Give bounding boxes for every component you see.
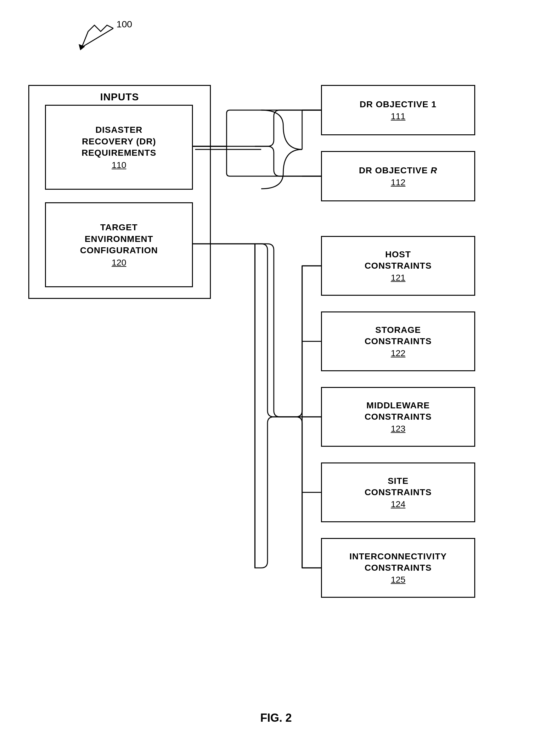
middleware-constraints-box: MIDDLEWARE CONSTRAINTS 123 <box>321 387 475 447</box>
dr-requirements-label: DISASTER RECOVERY (DR) REQUIREMENTS <box>82 124 156 159</box>
target-env-box: TARGET ENVIRONMENT CONFIGURATION 120 <box>45 202 193 287</box>
interconnectivity-constraints-number: 125 <box>391 575 406 585</box>
middleware-constraints-number: 123 <box>391 424 406 434</box>
svg-line-0 <box>82 28 113 47</box>
host-constraints-number: 121 <box>391 273 406 283</box>
storage-constraints-label: STORAGE CONSTRAINTS <box>365 324 431 347</box>
dr-requirements-box: DISASTER RECOVERY (DR) REQUIREMENTS 110 <box>45 105 193 190</box>
dr-obj1-box: DR OBJECTIVE 1 111 <box>321 85 475 135</box>
diagram: 100 INPUTS DISASTER RECOVERY (DR) REQUIR… <box>0 0 552 756</box>
dr-requirements-number: 110 <box>112 160 127 170</box>
svg-line-15 <box>255 244 302 417</box>
host-constraints-label: HOST CONSTRAINTS <box>365 249 431 272</box>
site-constraints-box: SITE CONSTRAINTS 124 <box>321 462 475 522</box>
dr-objR-label: DR OBJECTIVE R <box>359 165 437 176</box>
host-constraints-box: HOST CONSTRAINTS 121 <box>321 236 475 296</box>
storage-constraints-box: STORAGE CONSTRAINTS 122 <box>321 311 475 371</box>
storage-constraints-number: 122 <box>391 348 406 358</box>
site-constraints-label: SITE CONSTRAINTS <box>365 475 431 498</box>
inputs-box: INPUTS DISASTER RECOVERY (DR) REQUIREMEN… <box>28 85 211 299</box>
dr-objR-number: 112 <box>391 177 406 187</box>
middleware-constraints-label: MIDDLEWARE CONSTRAINTS <box>365 400 431 423</box>
interconnectivity-constraints-label: INTERCONNECTIVITY CONSTRAINTS <box>349 551 446 574</box>
dr-obj1-number: 111 <box>391 111 406 122</box>
dr-obj1-label: DR OBJECTIVE 1 <box>360 99 436 110</box>
svg-marker-1 <box>79 44 85 50</box>
site-constraints-number: 124 <box>391 499 406 509</box>
ref-100: 100 <box>116 19 132 30</box>
target-env-label: TARGET ENVIRONMENT CONFIGURATION <box>80 222 158 256</box>
fig-label: FIG. 2 <box>0 711 552 725</box>
interconnectivity-constraints-box: INTERCONNECTIVITY CONSTRAINTS 125 <box>321 538 475 598</box>
inputs-label: INPUTS <box>29 91 210 104</box>
dr-objR-box: DR OBJECTIVE R 112 <box>321 151 475 201</box>
target-env-number: 120 <box>112 258 127 268</box>
